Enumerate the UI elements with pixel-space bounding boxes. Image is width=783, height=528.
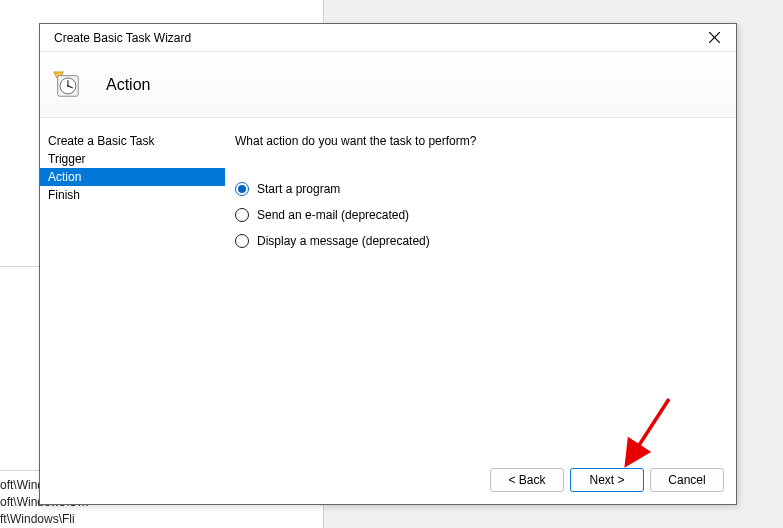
svg-point-7 xyxy=(67,85,69,87)
radio-label: Start a program xyxy=(257,182,340,196)
wizard-step-title: Action xyxy=(106,76,150,94)
radio-display-a-message[interactable]: Display a message (deprecated) xyxy=(235,234,724,248)
radio-label: Send an e-mail (deprecated) xyxy=(257,208,409,222)
radio-label: Display a message (deprecated) xyxy=(257,234,430,248)
dialog-title: Create Basic Task Wizard xyxy=(54,31,692,45)
wizard-step-list: Create a Basic Task Trigger Action Finis… xyxy=(40,118,225,456)
prompt-text: What action do you want the task to perf… xyxy=(235,134,724,148)
step-label: Action xyxy=(48,170,81,184)
titlebar[interactable]: Create Basic Task Wizard xyxy=(40,24,736,52)
wizard-button-row: < Back Next > Cancel xyxy=(40,456,736,504)
step-label: Trigger xyxy=(48,152,86,166)
button-label: < Back xyxy=(508,473,545,487)
close-button[interactable] xyxy=(692,24,736,52)
button-label: Next > xyxy=(589,473,624,487)
create-basic-task-wizard-dialog: Create Basic Task Wizard Action C xyxy=(39,23,737,505)
wizard-header: Action xyxy=(40,52,736,118)
wizard-step-create-basic-task[interactable]: Create a Basic Task xyxy=(40,132,225,150)
radio-icon xyxy=(235,182,249,196)
close-icon xyxy=(709,32,720,43)
radio-icon xyxy=(235,234,249,248)
radio-icon xyxy=(235,208,249,222)
bg-path-fragment: ft\Windows\Fli xyxy=(0,511,100,528)
step-label: Create a Basic Task xyxy=(48,134,155,148)
wizard-step-finish[interactable]: Finish xyxy=(40,186,225,204)
radio-send-an-email[interactable]: Send an e-mail (deprecated) xyxy=(235,208,724,222)
radio-start-a-program[interactable]: Start a program xyxy=(235,182,724,196)
next-button[interactable]: Next > xyxy=(570,468,644,492)
wizard-task-icon xyxy=(52,70,82,100)
button-label: Cancel xyxy=(668,473,705,487)
wizard-step-trigger[interactable]: Trigger xyxy=(40,150,225,168)
wizard-content: What action do you want the task to perf… xyxy=(225,118,736,456)
step-label: Finish xyxy=(48,188,80,202)
cancel-button[interactable]: Cancel xyxy=(650,468,724,492)
wizard-step-action[interactable]: Action xyxy=(40,168,225,186)
back-button[interactable]: < Back xyxy=(490,468,564,492)
